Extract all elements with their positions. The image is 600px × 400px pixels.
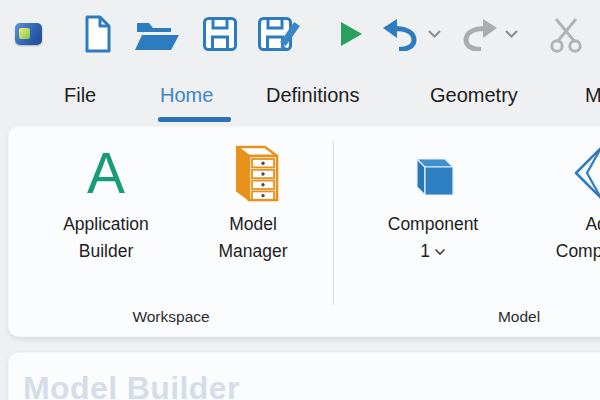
new-file-icon (83, 15, 113, 53)
redo-button[interactable] (458, 17, 500, 51)
redo-icon (458, 17, 500, 51)
tab-geometry[interactable]: Geometry (430, 84, 518, 107)
run-button[interactable] (336, 19, 364, 49)
cut-icon (546, 15, 586, 53)
save-as-icon (256, 15, 302, 53)
model-group-label: Model (333, 308, 600, 326)
tab-definitions[interactable]: Definitions (266, 84, 359, 107)
group-divider (333, 141, 334, 305)
tab-file[interactable]: File (64, 84, 96, 107)
redo-dropdown-button[interactable] (504, 29, 519, 39)
application-builder-label: Application Builder (63, 211, 149, 265)
workspace-group-label: Workspace (9, 308, 333, 326)
component-1-button[interactable]: Component 1 (365, 135, 501, 265)
run-icon (336, 19, 364, 49)
comsol-logo-button[interactable] (15, 23, 42, 45)
open-button[interactable] (134, 18, 180, 52)
model-manager-label: Model Manager (218, 211, 287, 265)
component-cube-icon (406, 146, 460, 200)
application-builder-button[interactable]: A Application Builder (26, 135, 186, 265)
add-component-button[interactable]: Add Component (521, 135, 600, 265)
letter-a-icon: A (87, 145, 125, 202)
save-icon (201, 15, 239, 53)
open-folder-icon (134, 18, 180, 52)
tab-materials[interactable]: Materials (585, 84, 600, 107)
active-tab-underline (158, 117, 231, 122)
quick-access-toolbar (0, 0, 600, 66)
chevron-down-icon (434, 248, 446, 256)
undo-dropdown-button[interactable] (427, 29, 442, 39)
add-component-label: Add Component (556, 211, 600, 265)
model-builder-panel: Model Builder (8, 352, 600, 400)
save-button[interactable] (201, 15, 239, 53)
model-manager-icon (225, 142, 281, 204)
chevron-down-icon (504, 29, 519, 39)
application-builder-icon: A (87, 135, 125, 211)
undo-icon (380, 17, 422, 51)
component-1-label: Component 1 (388, 211, 478, 265)
comsol-logo-icon (19, 28, 30, 39)
add-component-icon (572, 144, 600, 202)
ribbon-home-panel: A Application Builder Model (8, 126, 600, 337)
chevron-down-icon (427, 29, 442, 39)
model-builder-title: Model Builder (23, 370, 240, 400)
comsol-window: { "tabs": { "file": "File", "home": "Hom… (0, 0, 600, 400)
save-as-button[interactable] (256, 15, 302, 53)
ribbon-tab-bar: File Home Definitions Geometry Materials (0, 78, 600, 126)
new-file-button[interactable] (83, 15, 113, 53)
tab-home[interactable]: Home (160, 84, 213, 107)
model-manager-button[interactable]: Model Manager (193, 135, 313, 265)
undo-button[interactable] (380, 17, 422, 51)
cut-button[interactable] (546, 15, 586, 53)
